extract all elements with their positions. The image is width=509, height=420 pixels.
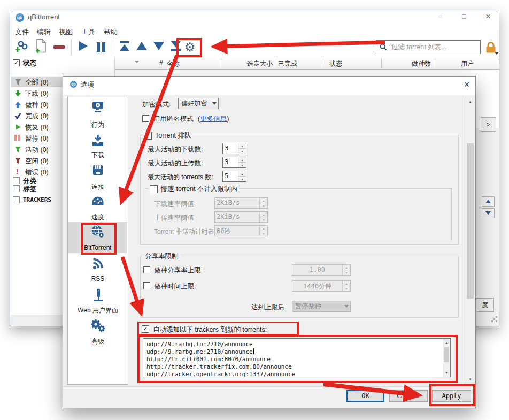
col-user[interactable]: 用户 — [420, 59, 474, 68]
speed-tab-partial[interactable]: 度 — [476, 298, 494, 312]
scroll-up-icon[interactable] — [466, 97, 474, 106]
trackers-header[interactable]: TRACKERS — [23, 196, 51, 203]
filter-errored-icon: ! — [16, 167, 18, 175]
options-gear-icon — [184, 41, 196, 54]
slow-torrent-legend: 慢速 torrent 不计入限制内 — [148, 185, 239, 194]
spin-up-icon[interactable] — [238, 143, 246, 149]
filter-resumed[interactable]: 恢复 (0) — [25, 123, 49, 132]
seed-ratio-checkbox[interactable] — [143, 266, 150, 273]
priority-down-button[interactable] — [482, 208, 495, 218]
filter-seeding[interactable]: 做种 (0) — [25, 101, 49, 110]
resize-grip[interactable] — [491, 320, 493, 322]
max-downloads-spinner[interactable]: 3 — [222, 143, 246, 154]
search-input[interactable] — [390, 43, 479, 51]
max-uploads-label: 最大活动的上传数: — [148, 159, 203, 168]
filter-active[interactable]: 活动 (0) — [25, 146, 49, 155]
filter-all[interactable]: 全部 (0) — [25, 78, 49, 87]
column-chooser-icon[interactable] — [135, 61, 139, 63]
torrent-filter-search[interactable] — [376, 40, 481, 54]
spin-down-icon[interactable] — [238, 177, 246, 181]
anonymous-mode-checkbox[interactable] — [142, 115, 149, 122]
max-torrents-spinner[interactable]: 5 — [222, 171, 246, 182]
cancel-button[interactable]: Cancel — [389, 390, 428, 402]
maximize-icon[interactable] — [456, 11, 472, 22]
more-info-link[interactable]: 更多信息 — [200, 115, 227, 123]
menu-view[interactable]: 视图 — [59, 27, 73, 37]
move-top-button[interactable] — [118, 41, 131, 53]
nav-rss[interactable]: RSS — [67, 275, 128, 282]
spin-down-icon[interactable] — [238, 163, 246, 167]
pause-button[interactable] — [95, 41, 107, 54]
menu-tools[interactable]: 工具 — [81, 27, 95, 37]
close-icon[interactable] — [480, 11, 496, 22]
add-torrent-file-button[interactable] — [34, 40, 47, 55]
anonymous-mode-label: 启用匿名模式 — [153, 114, 194, 124]
tracker-url: http://tracker.trackerfix.com:80/announc… — [146, 363, 292, 371]
ok-button[interactable]: OK — [346, 390, 384, 402]
nav-downloads[interactable]: 下载 — [67, 151, 128, 160]
resume-button[interactable] — [76, 41, 89, 54]
col-number[interactable]: # — [159, 59, 163, 67]
tags-header[interactable]: 标签 — [23, 185, 36, 194]
col-status[interactable]: 状态 — [329, 59, 342, 68]
slow-torrent-checkbox[interactable] — [150, 185, 158, 193]
status-checkbox[interactable] — [13, 59, 20, 66]
move-bottom-button[interactable] — [169, 41, 182, 53]
minimize-icon[interactable] — [432, 11, 448, 22]
lock-dropdown-caret[interactable] — [495, 52, 499, 55]
menu-file[interactable]: 文件 — [15, 27, 29, 37]
nav-speed[interactable]: 速度 — [67, 213, 128, 222]
priority-up-button[interactable] — [482, 196, 495, 207]
categories-checkbox[interactable] — [13, 177, 20, 184]
move-bottom-icon — [170, 41, 182, 54]
inactivity-timer-spinner: 60秒 — [214, 225, 268, 236]
scroll-down-icon[interactable] — [443, 369, 450, 376]
col-size[interactable]: 选定大小 — [219, 59, 273, 68]
dialog-scrollbar-thumb[interactable] — [467, 143, 474, 299]
add-torrent-link-button[interactable] — [14, 40, 29, 54]
max-downloads-label: 最大活动的下载数: — [148, 145, 203, 154]
seed-time-checkbox[interactable] — [143, 282, 150, 289]
col-name[interactable]: 名称 — [167, 59, 180, 68]
spin-up-icon[interactable] — [238, 171, 246, 177]
dl-threshold-label: 下载速率阈值 — [154, 200, 194, 209]
filter-inactive[interactable]: 空闲 (0) — [25, 157, 49, 166]
options-button[interactable] — [183, 40, 197, 55]
queueing-checkbox[interactable] — [144, 132, 152, 140]
spin-up-icon[interactable] — [238, 157, 246, 163]
nav-advanced[interactable]: 高级 — [67, 337, 128, 346]
nav-webui[interactable]: Web 用户界面 — [67, 306, 128, 315]
move-up-button[interactable] — [135, 42, 148, 52]
filter-resumed-icon — [14, 124, 21, 131]
nav-connection[interactable]: 连接 — [67, 182, 128, 192]
menu-edit[interactable]: 编辑 — [37, 27, 51, 37]
tracker-url: udp://9.rarbg.to:2710/announce — [146, 341, 253, 348]
apply-button[interactable]: Apply — [432, 390, 471, 402]
trackers-checkbox[interactable] — [13, 196, 20, 203]
max-uploads-spinner[interactable]: 3 — [222, 157, 246, 168]
tracker-url: udp://9.rarbg.me:2710/announce — [146, 348, 254, 356]
auto-add-trackers-checkbox[interactable] — [142, 325, 149, 333]
scroll-up-icon[interactable] — [443, 339, 450, 346]
tags-checkbox[interactable] — [13, 185, 20, 192]
textarea-scrollbar-thumb[interactable] — [444, 347, 449, 362]
filter-downloading[interactable]: 下载 (0) — [25, 89, 49, 98]
delete-icon — [53, 45, 65, 49]
nav-behavior-icon — [91, 101, 105, 113]
filter-paused[interactable]: 暂停 (0) — [25, 134, 49, 143]
dialog-close-icon[interactable] — [461, 79, 473, 91]
nav-behavior[interactable]: 行为 — [67, 120, 128, 129]
scroll-down-icon[interactable] — [466, 375, 474, 384]
move-down-button[interactable] — [152, 42, 165, 52]
collapse-panel-button[interactable]: > — [481, 117, 496, 132]
col-done[interactable]: 已完成 — [278, 59, 297, 68]
filter-completed[interactable]: 完成 (0) — [25, 112, 49, 121]
menu-help[interactable]: 帮助 — [104, 27, 118, 37]
search-icon — [380, 43, 387, 51]
delete-torrent-button[interactable] — [53, 42, 66, 52]
encryption-select[interactable]: 偏好加密 — [178, 98, 219, 109]
spin-down-icon[interactable] — [238, 149, 246, 154]
nav-bittorrent[interactable]: BitTorrent — [67, 244, 128, 251]
filter-errored[interactable]: 错误 (0) — [25, 168, 49, 177]
queueing-legend: Torrent 排队 — [142, 131, 192, 140]
